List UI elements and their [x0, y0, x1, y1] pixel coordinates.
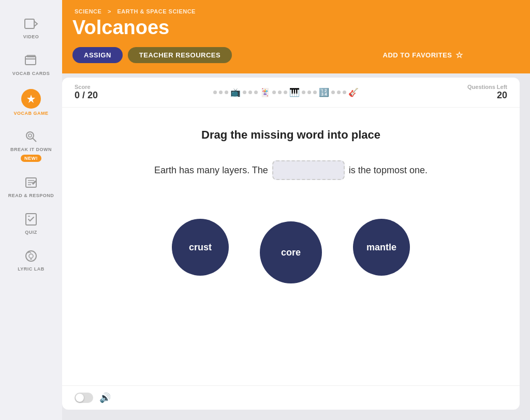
- prog-dot-3: [225, 91, 228, 94]
- sidebar-item-read-respond[interactable]: READ & RESPOND: [0, 169, 62, 204]
- sentence-row: Earth has many layers. The is the topmos…: [154, 160, 428, 180]
- word-circle-crust[interactable]: crust: [172, 219, 229, 276]
- prog-dot-1: [213, 91, 217, 94]
- sidebar: VIDEO VOCAB CARDS VOCAB GAME BRE: [0, 0, 62, 420]
- vocab-cards-icon: [23, 52, 39, 69]
- page-header: SCIENCE > EARTH & SPACE SCIENCE Volcanoe…: [0, 0, 530, 73]
- word-circle-mantle[interactable]: mantle: [353, 219, 410, 276]
- assign-button[interactable]: ASSIGN: [72, 47, 123, 63]
- sidebar-item-lyric-lab[interactable]: LYRIC LAB: [0, 243, 62, 277]
- svg-line-7: [33, 138, 36, 142]
- sidebar-item-break-it-down[interactable]: BREAK IT DOWN NEW!: [0, 123, 62, 167]
- prog-dot-2: [219, 91, 223, 94]
- sidebar-item-vocab-game[interactable]: VOCAB GAME: [0, 84, 62, 122]
- sidebar-label-break-it-down: BREAK IT DOWN: [10, 147, 52, 153]
- sidebar-item-video[interactable]: VIDEO: [0, 10, 62, 45]
- break-it-down-icon: [23, 128, 39, 145]
- sidebar-label-video: VIDEO: [23, 34, 39, 40]
- progress-dots: 📺 🃏 🎹 🔢 🎸: [114, 87, 458, 97]
- read-respond-icon: [23, 174, 39, 191]
- sidebar-label-vocab-cards: VOCAB CARDS: [12, 71, 50, 77]
- prog-dot-14: [337, 91, 341, 94]
- header-buttons: ASSIGN TEACHER RESOURCES ADD TO FAVORITE…: [72, 47, 463, 63]
- questions-left-label: Questions Left: [466, 84, 507, 90]
- prog-dot-9: [284, 91, 287, 94]
- questions-left-section: Questions Left 20: [466, 84, 507, 101]
- word-circles: crust core mantle: [75, 211, 507, 283]
- svg-marker-5: [27, 95, 35, 103]
- add-to-favorites-button[interactable]: ADD TO FAVORITES ☆: [383, 50, 463, 60]
- drop-target[interactable]: [272, 160, 345, 180]
- toggle-thumb: [76, 394, 84, 402]
- prog-dot-15: [343, 91, 346, 94]
- sidebar-label-read-respond: READ & RESPOND: [8, 193, 54, 199]
- svg-point-16: [29, 254, 33, 258]
- sidebar-label-quiz: QUIZ: [25, 230, 37, 235]
- cards-icon: 🃏: [260, 87, 270, 97]
- prog-dot-7: [272, 91, 276, 94]
- piano-icon: 🎹: [289, 87, 300, 97]
- svg-point-8: [28, 134, 32, 137]
- tv-icon: 📺: [230, 87, 241, 97]
- lyric-lab-icon: [23, 248, 39, 264]
- breadcrumb: SCIENCE > EARTH & SPACE SCIENCE: [72, 8, 463, 14]
- calculator-icon: 🔢: [319, 87, 329, 97]
- prog-dot-11: [307, 91, 311, 94]
- game-instruction: Drag the missing word into place: [201, 128, 380, 142]
- score-section: Score 0 / 20: [75, 84, 106, 101]
- prog-dot-6: [254, 91, 258, 94]
- svg-point-6: [26, 132, 34, 139]
- sidebar-label-vocab-game: VOCAB GAME: [13, 111, 48, 116]
- star-icon: ☆: [455, 50, 463, 60]
- word-circle-core[interactable]: core: [260, 221, 322, 283]
- teacher-resources-button[interactable]: TEACHER RESOURCES: [128, 47, 232, 63]
- content-card: Score 0 / 20 📺 🃏 🎹 🔢: [62, 78, 520, 410]
- prog-dot-4: [243, 91, 246, 94]
- score-value: 0 / 20: [75, 90, 106, 101]
- page-title: Volcanoes: [72, 17, 463, 39]
- audio-toggle[interactable]: [75, 393, 93, 403]
- score-label: Score: [75, 84, 106, 90]
- sidebar-label-lyric-lab: LYRIC LAB: [18, 266, 45, 272]
- game-area: Drag the missing word into place Earth h…: [62, 108, 520, 385]
- svg-rect-0: [25, 19, 34, 28]
- main-content: Score 0 / 20 📺 🃏 🎹 🔢: [62, 78, 520, 410]
- svg-marker-1: [34, 21, 37, 26]
- bottom-controls: 🔊: [62, 385, 520, 410]
- sound-icon[interactable]: 🔊: [99, 392, 111, 403]
- prog-dot-13: [331, 91, 335, 94]
- sentence-before: Earth has many layers. The: [154, 165, 268, 176]
- score-bar: Score 0 / 20 📺 🃏 🎹 🔢: [62, 78, 520, 108]
- prog-dot-12: [313, 91, 317, 94]
- sidebar-item-quiz[interactable]: QUIZ: [0, 206, 62, 241]
- prog-dot-5: [248, 91, 252, 94]
- questions-left-value: 20: [466, 90, 507, 101]
- sidebar-item-vocab-cards[interactable]: VOCAB CARDS: [0, 47, 62, 82]
- sentence-after: is the topmost one.: [349, 165, 428, 176]
- new-badge: NEW!: [21, 155, 41, 162]
- prog-dot-10: [302, 91, 305, 94]
- prog-dot-8: [278, 91, 282, 94]
- svg-rect-2: [25, 56, 36, 65]
- video-icon: [23, 16, 39, 32]
- vocab-game-icon: [21, 89, 41, 109]
- quiz-icon: [23, 211, 39, 228]
- guitar-icon: 🎸: [348, 87, 359, 97]
